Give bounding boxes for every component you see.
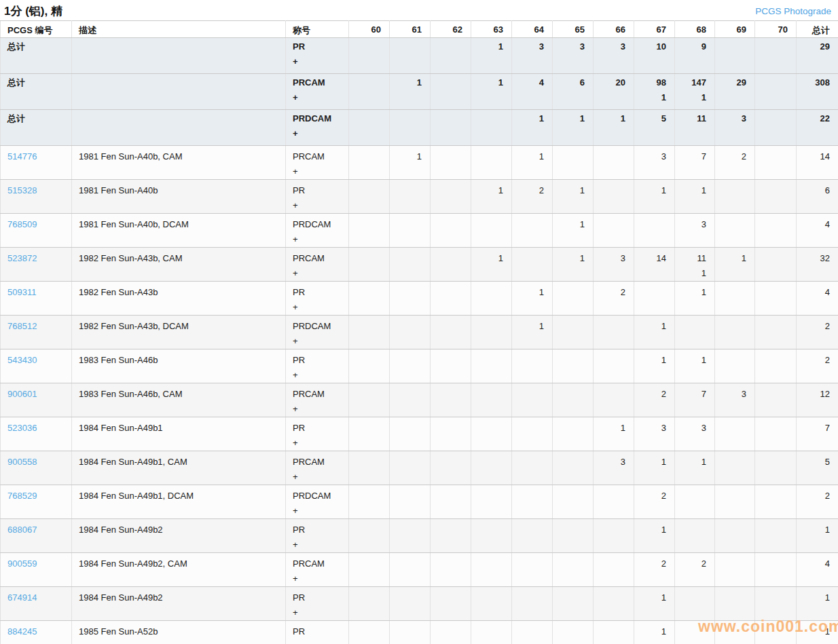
grade-cell-69-value <box>722 592 746 604</box>
grade-cell-68-value <box>682 524 706 536</box>
grade-cell-64 <box>512 621 553 644</box>
pcgs-number-link[interactable]: 688067 <box>7 525 37 535</box>
description-cell: 1982 Fen Sun-A43b, DCAM <box>72 316 286 349</box>
grade-cell-62 <box>431 282 471 316</box>
pcgs-number-link[interactable]: 523036 <box>7 423 37 433</box>
grade-cell-68: 1471 <box>675 74 715 110</box>
grade-cell-69-value <box>722 41 746 53</box>
grade-cell-70 <box>755 282 797 316</box>
grade-cell-65: 1 <box>553 214 594 248</box>
grade-cell-70-value <box>762 456 788 468</box>
grade-cell-64: 4 <box>512 74 553 110</box>
description-cell: 1981 Fen Sun-A40b <box>72 180 286 214</box>
designation-cell-plus-value: + <box>293 471 340 483</box>
grade-cell-66-value <box>600 354 625 366</box>
designation-cell-value: PRCAM <box>293 151 340 163</box>
table-row-884245: 8842451985 Fen Sun-A52bPR+11 <box>1 621 838 644</box>
grade-cell-66-value <box>600 151 625 163</box>
photograde-link[interactable]: PCGS Photograde <box>755 6 831 16</box>
grade-cell-67-value: 10 <box>641 41 666 53</box>
grade-cell-63 <box>471 451 512 485</box>
designation-cell: PRDCAM+ <box>286 110 349 146</box>
grade-cell-60 <box>349 282 390 316</box>
grade-cell-70 <box>755 587 797 621</box>
designation-cell-value: PRDCAM <box>293 320 340 333</box>
grade-cell-65-value <box>560 456 585 468</box>
pcgs-number-link[interactable]: 884245 <box>7 626 37 637</box>
grade-cell-67-value: 1 <box>641 626 666 638</box>
grade-cell-67-value: 98 <box>641 77 666 89</box>
pcgs-number-link[interactable]: 900601 <box>7 389 37 399</box>
pcgs-number-cell: 900559 <box>1 553 72 587</box>
grade-cell-70 <box>755 485 797 519</box>
grade-cell-60 <box>349 451 390 485</box>
grade-cell-69 <box>715 621 755 644</box>
designation-cell: PRCAM+ <box>286 451 349 485</box>
grade-cell-62 <box>431 110 471 146</box>
total-cell: 4 <box>797 282 838 316</box>
grade-cell-68-value: 1 <box>682 185 706 197</box>
pcgs-number-link[interactable]: 509311 <box>7 287 36 297</box>
description-cell: 1984 Fen Sun-A49b2 <box>72 587 286 621</box>
grade-cell-63-value <box>478 456 503 468</box>
grade-cell-64 <box>512 451 553 485</box>
pcgs-number-link[interactable]: 523872 <box>7 253 37 263</box>
grade-cell-68 <box>675 621 715 644</box>
description-cell: 1981 Fen Sun-A40b, CAM <box>72 146 286 180</box>
grade-cell-61-value: 1 <box>397 77 422 89</box>
designation-cell-value: PRCAM <box>293 558 340 570</box>
grade-cell-65: 1 <box>553 110 594 146</box>
pcgs-number-link[interactable]: 515328 <box>7 185 37 195</box>
grade-cell-61 <box>390 282 431 316</box>
grade-cell-68: 7 <box>675 383 715 417</box>
grade-cell-70-value <box>762 354 788 366</box>
grade-cell-65-value <box>560 354 585 366</box>
total-cell-value: 1 <box>803 592 830 604</box>
grade-cell-61 <box>390 485 431 519</box>
designation-cell-value: PRCAM <box>293 456 340 468</box>
col-header-grade-65: 65 <box>553 21 594 38</box>
grade-cell-69-value <box>722 422 746 434</box>
pcgs-number-link[interactable]: 900558 <box>7 457 37 467</box>
col-header-grade-70: 70 <box>755 21 797 38</box>
pcgs-number-link[interactable]: 768529 <box>7 491 37 501</box>
designation-cell-value: PR <box>293 354 340 366</box>
grade-cell-63 <box>471 146 512 180</box>
grade-cell-64 <box>512 485 553 519</box>
grade-cell-66: 20 <box>594 74 634 110</box>
grade-cell-62 <box>431 74 471 110</box>
pcgs-number-link[interactable]: 674914 <box>7 592 37 603</box>
pcgs-number-link[interactable]: 900559 <box>7 558 37 569</box>
grade-cell-60-value <box>356 252 381 265</box>
grade-cell-70 <box>755 214 797 248</box>
pcgs-number-link[interactable]: 768512 <box>7 321 37 331</box>
pcgs-number-link[interactable]: 514776 <box>7 151 37 162</box>
col-header-total: 总计 <box>797 21 838 38</box>
grade-cell-67-value: 2 <box>641 490 666 502</box>
table-header-row: PCGS 编号描述称号6061626364656667686970总计 <box>1 21 838 38</box>
table-row-688067: 6880671984 Fen Sun-A49b2PR+11 <box>1 519 838 553</box>
grade-cell-65: 6 <box>553 74 594 110</box>
description-cell-value: 1984 Fen Sun-A49b2 <box>79 524 277 536</box>
grade-cell-63-value <box>478 219 503 231</box>
description-cell-value: 1984 Fen Sun-A49b2, CAM <box>79 558 277 570</box>
grade-cell-68-value: 7 <box>682 388 706 400</box>
grade-cell-69 <box>715 316 755 349</box>
col-header-grade-63: 63 <box>471 21 512 38</box>
designation-cell-plus-value: + <box>293 607 340 619</box>
grade-cell-66-value <box>600 626 625 638</box>
designation-cell: PRDCAM+ <box>286 316 349 349</box>
grade-cell-70-value <box>762 558 788 570</box>
grade-cell-68-value: 147 <box>682 77 706 89</box>
summary-row-prcam: 总计PRCAM+114620981147129308 <box>1 74 838 110</box>
pcgs-number-link[interactable]: 768509 <box>7 219 37 229</box>
designation-cell: PRCAM+ <box>286 248 349 282</box>
pcgs-number-cell: 900558 <box>1 451 72 485</box>
grade-cell-69 <box>715 417 755 451</box>
grade-cell-62-value <box>437 558 462 570</box>
pcgs-number-link[interactable]: 543430 <box>7 355 37 365</box>
grade-cell-64 <box>512 417 553 451</box>
grade-cell-62-value <box>437 490 462 502</box>
grade-cell-66-value <box>600 320 625 333</box>
pcgs-number-cell-value: 768509 <box>7 219 63 231</box>
